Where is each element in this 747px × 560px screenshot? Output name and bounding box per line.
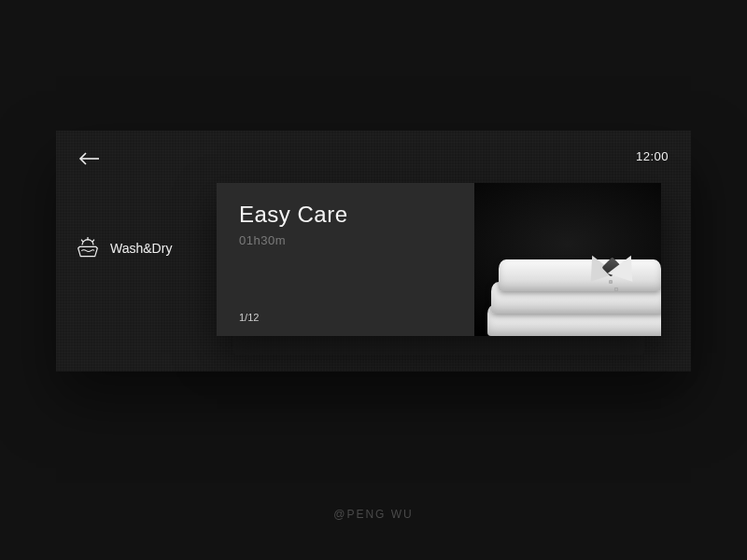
arrow-left-icon bbox=[77, 149, 103, 168]
program-card[interactable]: Easy Care 01h30m 1/12 bbox=[217, 183, 661, 336]
appliance-panel: 12:00 Wash&Dry Easy Care 01h30m 1/12 bbox=[56, 131, 691, 371]
program-duration: 01h30m bbox=[239, 233, 452, 247]
folded-shirt-illustration bbox=[491, 254, 661, 336]
back-button[interactable] bbox=[77, 149, 103, 168]
credit: @PENG WU bbox=[0, 508, 747, 521]
program-info: Easy Care 01h30m 1/12 bbox=[217, 183, 474, 336]
program-title: Easy Care bbox=[239, 202, 452, 228]
svg-line-3 bbox=[92, 240, 94, 243]
svg-line-2 bbox=[81, 240, 83, 243]
mode-label: Wash&Dry bbox=[110, 241, 172, 256]
wash-dry-icon bbox=[75, 237, 101, 259]
program-image bbox=[474, 183, 661, 336]
program-counter: 1/12 bbox=[239, 312, 452, 323]
mode-selector[interactable]: Wash&Dry bbox=[75, 237, 172, 259]
clock: 12:00 bbox=[636, 149, 669, 163]
